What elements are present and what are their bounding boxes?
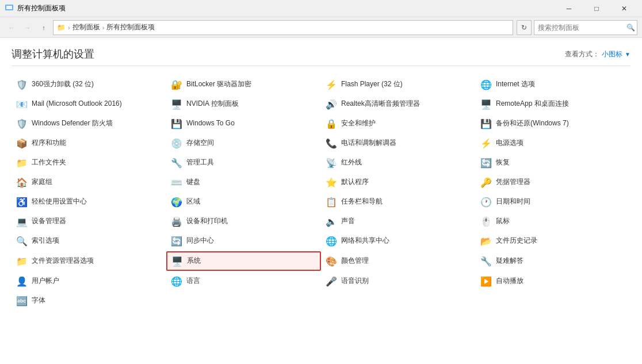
control-item-color[interactable]: 🎨颜色管理 bbox=[321, 251, 476, 271]
control-item-power[interactable]: ⚡电源选项 bbox=[476, 134, 630, 152]
item-label-datetime: 日期和时间 bbox=[496, 197, 530, 206]
svg-rect-1 bbox=[6, 6, 12, 9]
item-label-keyboard: 键盘 bbox=[186, 178, 200, 187]
control-item-keyboard[interactable]: ⌨️键盘 bbox=[166, 173, 321, 191]
item-label-speech: 语音识别 bbox=[341, 277, 369, 286]
control-item-remoteapp[interactable]: 🖥️RemoteApp 和桌面连接 bbox=[476, 95, 630, 113]
control-item-mouse[interactable]: 🖱️鼠标 bbox=[476, 212, 630, 231]
control-item-filehistory[interactable]: 📂文件历史记录 bbox=[476, 232, 630, 250]
control-item-internet[interactable]: 🌐Internet 选项 bbox=[476, 75, 630, 94]
control-item-sound[interactable]: 🔈声音 bbox=[321, 212, 476, 231]
item-icon-workfolder: 📁 bbox=[16, 156, 28, 169]
control-item-defender[interactable]: 🛡️Windows Defender 防火墙 bbox=[12, 114, 166, 133]
control-item-datetime[interactable]: 🕐日期和时间 bbox=[476, 193, 630, 211]
control-item-tools[interactable]: 🔧管理工具 bbox=[166, 154, 321, 172]
control-item-flash[interactable]: ⚡Flash Player (32 位) bbox=[321, 75, 476, 94]
control-item-region[interactable]: 🌍区域 bbox=[166, 193, 321, 211]
control-item-phone[interactable]: 📞电话和调制解调器 bbox=[321, 134, 476, 152]
item-label-mail: Mail (Microsoft Outlook 2016) bbox=[32, 99, 122, 109]
item-label-troubleshoot: 疑难解答 bbox=[496, 256, 523, 266]
item-icon-speech: 🎤 bbox=[325, 275, 338, 288]
control-item-font[interactable]: 🔤字体 bbox=[12, 292, 166, 310]
item-label-color: 颜色管理 bbox=[341, 256, 369, 266]
control-item-speech[interactable]: 🎤语音识别 bbox=[321, 272, 476, 290]
item-icon-homegroup: 🏠 bbox=[16, 176, 28, 189]
title-bar-icon bbox=[5, 4, 14, 13]
item-label-realtek: Realtek高清晰音频管理器 bbox=[341, 99, 420, 109]
control-item-filemgr[interactable]: 📁文件资源管理器选项 bbox=[12, 251, 166, 271]
breadcrumb: 📁 › 控制面板 › 所有控制面板项 bbox=[57, 22, 509, 32]
control-item-autoplay[interactable]: ▶️自动播放 bbox=[476, 272, 630, 290]
control-item-programs[interactable]: 📦程序和功能 bbox=[12, 134, 166, 152]
control-item-ease[interactable]: ♿轻松使用设置中心 bbox=[12, 193, 166, 211]
item-label-taskbar: 任务栏和导航 bbox=[341, 197, 383, 206]
page-title: 调整计算机的设置 bbox=[12, 47, 94, 61]
view-current[interactable]: 小图标 bbox=[602, 49, 622, 59]
control-item-workfolder[interactable]: 📁工作文件夹 bbox=[12, 154, 166, 172]
item-icon-syncenter: 🔄 bbox=[170, 235, 183, 247]
control-item-homegroup[interactable]: 🏠家庭组 bbox=[12, 173, 166, 191]
item-label-tools: 管理工具 bbox=[186, 158, 214, 167]
item-icon-font: 🔤 bbox=[16, 294, 28, 307]
control-item-credential[interactable]: 🔑凭据管理器 bbox=[476, 173, 630, 191]
control-item-useraccount[interactable]: 👤用户帐户 bbox=[12, 272, 166, 290]
item-icon-sound: 🔈 bbox=[325, 215, 338, 228]
item-label-remoteapp: RemoteApp 和桌面连接 bbox=[496, 99, 569, 109]
control-item-network[interactable]: 🌐网络和共享中心 bbox=[321, 232, 476, 250]
item-label-language: 语言 bbox=[186, 277, 200, 286]
control-item-syncenter[interactable]: 🔄同步中心 bbox=[166, 232, 321, 250]
item-label-autoplay: 自动播放 bbox=[496, 277, 523, 286]
back-button[interactable]: ← bbox=[5, 21, 18, 35]
item-label-devmgr: 设备管理器 bbox=[32, 217, 66, 226]
control-item-mail[interactable]: 📧Mail (Microsoft Outlook 2016) bbox=[12, 95, 166, 113]
control-item-backup[interactable]: 💾备份和还原(Windows 7) bbox=[476, 114, 630, 133]
control-item-realtek[interactable]: 🔊Realtek高清晰音频管理器 bbox=[321, 95, 476, 113]
item-icon-power: ⚡ bbox=[480, 137, 492, 150]
refresh-button[interactable]: ↻ bbox=[517, 20, 532, 35]
item-label-internet: Internet 选项 bbox=[496, 80, 535, 89]
control-item-nvidia[interactable]: 🖥️NVIDIA 控制面板 bbox=[166, 95, 321, 113]
item-label-credential: 凭据管理器 bbox=[496, 178, 530, 187]
up-button[interactable]: ↑ bbox=[37, 21, 51, 35]
minimize-button[interactable]: ─ bbox=[556, 0, 582, 17]
close-button[interactable]: ✕ bbox=[611, 0, 637, 17]
control-item-security[interactable]: 🔒安全和维护 bbox=[321, 114, 476, 133]
item-label-360: 360强力卸载 (32 位) bbox=[32, 80, 94, 89]
title-bar-text: 所有控制面板项 bbox=[17, 3, 556, 13]
item-label-filemgr: 文件资源管理器选项 bbox=[32, 256, 94, 266]
item-label-wintogo: Windows To Go bbox=[186, 119, 235, 128]
item-icon-taskbar: 📋 bbox=[325, 196, 338, 208]
item-label-useraccount: 用户帐户 bbox=[32, 277, 59, 286]
control-item-index[interactable]: 🔍索引选项 bbox=[12, 232, 166, 250]
control-item-system[interactable]: 🖥️系统 bbox=[166, 251, 321, 271]
item-icon-filemgr: 📁 bbox=[16, 255, 28, 267]
control-item-troubleshoot[interactable]: 🔧疑难解答 bbox=[476, 251, 630, 271]
forward-button[interactable]: → bbox=[21, 21, 35, 35]
item-icon-credential: 🔑 bbox=[480, 176, 492, 189]
item-label-programs: 程序和功能 bbox=[32, 139, 66, 148]
control-item-bitlocker[interactable]: 🔐BitLocker 驱动器加密 bbox=[166, 75, 321, 94]
control-item-infrared[interactable]: 📡红外线 bbox=[321, 154, 476, 172]
control-item-default[interactable]: ⭐默认程序 bbox=[321, 173, 476, 191]
item-label-restore: 恢复 bbox=[496, 158, 510, 167]
control-item-wintogo[interactable]: 💾Windows To Go bbox=[166, 114, 321, 133]
item-icon-backup: 💾 bbox=[480, 117, 492, 130]
control-item-360[interactable]: 🛡️360强力卸载 (32 位) bbox=[12, 75, 166, 94]
control-item-devices[interactable]: 🖨️设备和打印机 bbox=[166, 212, 321, 231]
item-icon-infrared: 📡 bbox=[325, 156, 338, 169]
address-bar: ← → ↑ 📁 › 控制面板 › 所有控制面板项 ↻ 🔍 bbox=[0, 17, 642, 38]
main-content: 调整计算机的设置 查看方式： 小图标 ▼ 🛡️360强力卸载 (32 位)🔐Bi… bbox=[0, 38, 642, 343]
item-label-backup: 备份和还原(Windows 7) bbox=[496, 119, 569, 128]
control-item-storage[interactable]: 💿存储空间 bbox=[166, 134, 321, 152]
search-input[interactable] bbox=[538, 24, 624, 32]
item-icon-wintogo: 💾 bbox=[170, 117, 183, 130]
maximize-button[interactable]: □ bbox=[583, 0, 610, 17]
view-dropdown-arrow[interactable]: ▼ bbox=[625, 51, 630, 58]
search-box[interactable]: 🔍 bbox=[534, 20, 637, 35]
control-item-devmgr[interactable]: 💻设备管理器 bbox=[12, 212, 166, 231]
control-item-taskbar[interactable]: 📋任务栏和导航 bbox=[321, 193, 476, 211]
address-box[interactable]: 📁 › 控制面板 › 所有控制面板项 bbox=[53, 20, 513, 35]
control-item-language[interactable]: 🌐语言 bbox=[166, 272, 321, 290]
title-bar-controls: ─ □ ✕ bbox=[556, 0, 637, 17]
control-item-restore[interactable]: 🔄恢复 bbox=[476, 154, 630, 172]
